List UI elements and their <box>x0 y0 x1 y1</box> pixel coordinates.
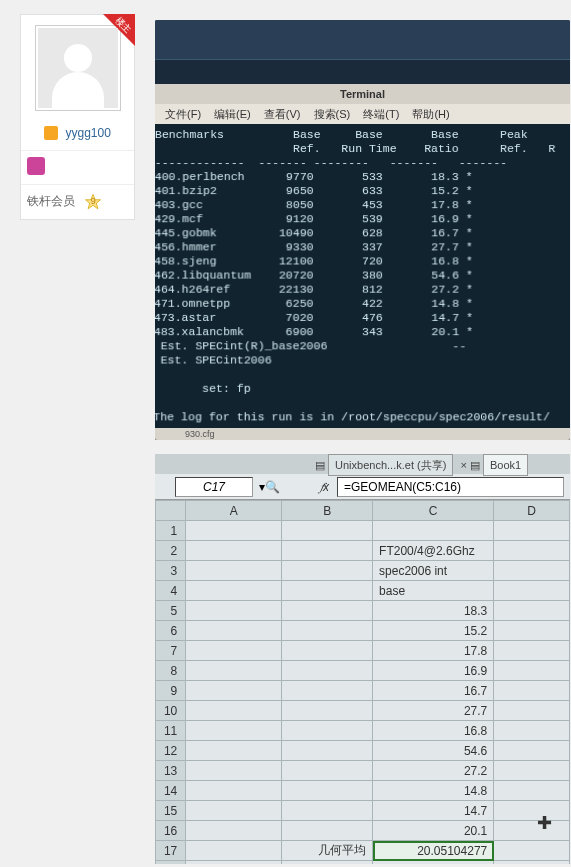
cell[interactable] <box>494 821 570 841</box>
row-header[interactable]: 2 <box>156 541 186 561</box>
row-header[interactable]: 10 <box>156 701 186 721</box>
menu-file[interactable]: 文件(F) <box>165 108 201 120</box>
cell[interactable] <box>494 521 570 541</box>
cell[interactable]: 20.1 <box>373 821 494 841</box>
cell[interactable] <box>282 541 373 561</box>
row-header[interactable]: 3 <box>156 561 186 581</box>
cell-reference-box[interactable]: C17 <box>175 477 253 497</box>
cell[interactable] <box>494 761 570 781</box>
cell[interactable]: FT200/4@2.6Ghz <box>373 541 494 561</box>
cell[interactable] <box>186 581 282 601</box>
row-header[interactable]: 7 <box>156 641 186 661</box>
cell[interactable]: 16.7 <box>373 681 494 701</box>
cell[interactable] <box>282 641 373 661</box>
cell[interactable] <box>186 661 282 681</box>
formula-input[interactable]: =GEOMEAN(C5:C16) <box>337 477 564 497</box>
cell[interactable] <box>282 801 373 821</box>
cell[interactable] <box>494 581 570 601</box>
tab-unixbench[interactable]: Unixbench...k.et (共享) <box>328 454 453 476</box>
cell[interactable] <box>494 861 570 865</box>
row-header[interactable]: 14 <box>156 781 186 801</box>
cell[interactable]: 27.2 <box>373 761 494 781</box>
cell[interactable]: 27.7 <box>373 701 494 721</box>
cell[interactable] <box>186 821 282 841</box>
cell[interactable] <box>186 521 282 541</box>
cell[interactable] <box>186 601 282 621</box>
cell[interactable]: 几何平均 <box>282 841 373 861</box>
cell[interactable] <box>282 581 373 601</box>
cell[interactable] <box>494 541 570 561</box>
cell[interactable] <box>186 701 282 721</box>
row-header[interactable]: 6 <box>156 621 186 641</box>
menu-help[interactable]: 帮助(H) <box>412 108 449 120</box>
cell[interactable] <box>494 601 570 621</box>
cell[interactable] <box>186 561 282 581</box>
row-header[interactable]: 15 <box>156 801 186 821</box>
cell[interactable] <box>186 741 282 761</box>
cell[interactable] <box>494 781 570 801</box>
terminal-output[interactable]: Benchmarks Base Base Base Peak Ref. Run … <box>155 124 570 440</box>
cell[interactable] <box>282 701 373 721</box>
cell[interactable]: base <box>373 581 494 601</box>
tab-close-icon[interactable]: × <box>460 459 466 471</box>
cell[interactable] <box>494 681 570 701</box>
col-header[interactable]: D <box>494 501 570 521</box>
cell[interactable] <box>186 721 282 741</box>
cell[interactable] <box>186 681 282 701</box>
cell[interactable] <box>494 621 570 641</box>
cell[interactable]: 54.6 <box>373 741 494 761</box>
avatar-frame[interactable] <box>35 25 121 111</box>
cell[interactable] <box>186 841 282 861</box>
cell[interactable] <box>186 761 282 781</box>
row-header[interactable]: 5 <box>156 601 186 621</box>
cell[interactable] <box>494 641 570 661</box>
menu-view[interactable]: 查看(V) <box>264 108 301 120</box>
cell[interactable] <box>282 661 373 681</box>
cell[interactable] <box>282 861 373 865</box>
row-header[interactable]: 11 <box>156 721 186 741</box>
cell[interactable] <box>494 841 570 861</box>
cell[interactable]: 17.8 <box>373 641 494 661</box>
row-header[interactable]: 9 <box>156 681 186 701</box>
grid[interactable]: A B C D 12FT200/4@2.6Ghz3spec2006 int4ba… <box>155 500 570 864</box>
cell[interactable] <box>494 801 570 821</box>
row-header[interactable]: 17 <box>156 841 186 861</box>
col-header[interactable]: A <box>186 501 282 521</box>
row-header[interactable]: 12 <box>156 741 186 761</box>
cell[interactable]: 16.9 <box>373 661 494 681</box>
tab-book1[interactable]: Book1 <box>483 454 528 476</box>
cell[interactable] <box>494 741 570 761</box>
cell[interactable]: 18.3 <box>373 601 494 621</box>
cell[interactable]: 14.7 <box>373 801 494 821</box>
zoom-icon[interactable]: 🔍 <box>265 480 280 494</box>
cell[interactable] <box>282 601 373 621</box>
cell[interactable] <box>186 641 282 661</box>
cell[interactable] <box>282 721 373 741</box>
col-header[interactable]: C <box>373 501 494 521</box>
row-header[interactable]: 1 <box>156 521 186 541</box>
cell[interactable] <box>282 781 373 801</box>
row-header[interactable]: 8 <box>156 661 186 681</box>
cell[interactable] <box>186 801 282 821</box>
cell[interactable] <box>282 621 373 641</box>
cell[interactable]: spec2006 int <box>373 561 494 581</box>
fx-icon[interactable]: 𝑓x <box>320 480 329 494</box>
menu-search[interactable]: 搜索(S) <box>314 108 351 120</box>
cell[interactable] <box>282 561 373 581</box>
cell[interactable] <box>494 701 570 721</box>
cell[interactable] <box>282 681 373 701</box>
menu-terminal[interactable]: 终端(T) <box>363 108 399 120</box>
col-header[interactable]: B <box>282 501 373 521</box>
cell[interactable] <box>186 621 282 641</box>
row-header[interactable]: 16 <box>156 821 186 841</box>
cell[interactable]: 20.05104277 <box>373 841 494 861</box>
cell[interactable] <box>186 781 282 801</box>
cell[interactable] <box>186 541 282 561</box>
row-header[interactable]: 18 <box>156 861 186 865</box>
menu-edit[interactable]: 编辑(E) <box>214 108 251 120</box>
username-link[interactable]: yygg100 <box>65 126 110 140</box>
row-header[interactable]: 13 <box>156 761 186 781</box>
cell[interactable]: 15.2 <box>373 621 494 641</box>
cell[interactable] <box>282 741 373 761</box>
cell[interactable] <box>494 721 570 741</box>
